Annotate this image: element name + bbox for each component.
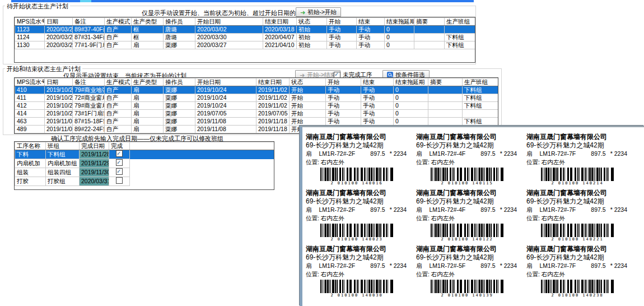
cell[interactable]: 2019/10/24 bbox=[195, 102, 256, 110]
cell[interactable]: 463 bbox=[15, 118, 45, 126]
table-row-selected[interactable]: 4102019/10/2479#商业地弹…自产扇粟娜2019/10/242019… bbox=[15, 86, 498, 94]
column-header[interactable]: 备注 bbox=[73, 78, 105, 86]
cell[interactable]: 2019/11/08 bbox=[45, 126, 73, 133]
column-header[interactable]: 结束 bbox=[357, 18, 385, 26]
cell[interactable] bbox=[428, 94, 463, 102]
column-header[interactable]: 日期 bbox=[45, 78, 73, 86]
cell[interactable]: 框 bbox=[132, 34, 164, 41]
column-header[interactable]: 结束日期 bbox=[263, 18, 297, 26]
cell[interactable]: 扇 bbox=[132, 110, 164, 118]
table-row[interactable]: 4122019/10/2479#商业窗扇自产扇粟娜2019/10/242019/… bbox=[15, 102, 498, 110]
process-row-selected[interactable]: 下料下料组2019/11/28 bbox=[15, 150, 274, 159]
column-header[interactable]: 生产班组 bbox=[463, 78, 498, 86]
cell[interactable]: 77#1-9F门扇 bbox=[73, 41, 105, 49]
process-name-cell[interactable]: 内扇机加 bbox=[15, 159, 46, 168]
column-header[interactable]: 状态 bbox=[297, 18, 327, 26]
cell[interactable] bbox=[414, 34, 445, 41]
cell[interactable]: 2019/11/08 bbox=[195, 118, 256, 126]
column-header[interactable]: 结束拖延期 bbox=[394, 78, 428, 86]
column-header[interactable]: 开始 bbox=[326, 78, 361, 86]
cell[interactable]: 自产 bbox=[105, 41, 132, 49]
cell[interactable]: 自产 bbox=[105, 126, 132, 133]
cell[interactable]: 手动 bbox=[326, 94, 361, 102]
cell[interactable]: 2019/11/02 bbox=[256, 102, 290, 110]
process-name-cell[interactable]: 组装 bbox=[15, 168, 46, 177]
cell[interactable]: 89#37-40F门框 bbox=[73, 26, 105, 34]
cell[interactable]: 扇 bbox=[132, 118, 164, 126]
column-header[interactable]: MPS流水号 bbox=[15, 78, 45, 86]
column-header[interactable]: 班组 bbox=[46, 142, 80, 150]
cell[interactable]: 2019/10/24 bbox=[45, 102, 73, 110]
cell[interactable]: 2020/03/02 bbox=[195, 26, 263, 34]
cell[interactable]: 粟娜 bbox=[164, 126, 195, 133]
cell[interactable]: 412 bbox=[15, 102, 45, 110]
cell[interactable]: 2019/11/18 bbox=[256, 126, 290, 133]
column-header[interactable]: 生产类型 bbox=[132, 18, 164, 26]
cell[interactable]: 自产 bbox=[105, 26, 132, 34]
cell[interactable]: 手动 bbox=[357, 34, 385, 41]
cell[interactable]: 自产 bbox=[105, 118, 132, 126]
finish-date-cell[interactable]: 2019/11/28 bbox=[80, 150, 109, 159]
column-header[interactable]: 摘要 bbox=[428, 78, 463, 86]
cell[interactable]: 2020/03/26 bbox=[45, 26, 73, 34]
cell[interactable]: 73#1F门扇窗扇 bbox=[73, 110, 105, 118]
cell[interactable] bbox=[428, 86, 463, 94]
cell[interactable]: 414 bbox=[15, 110, 45, 118]
table-row-selected[interactable]: 11232020/03/2689#37-40F门框自产框唐璐2020/03/02… bbox=[15, 26, 475, 34]
cell[interactable]: 扇 bbox=[132, 41, 164, 49]
cell[interactable]: 79#商业窗扇 bbox=[73, 102, 105, 110]
done-cell[interactable] bbox=[109, 159, 130, 168]
column-header[interactable]: MPS流水号 bbox=[15, 18, 45, 26]
column-header[interactable]: 开始 bbox=[327, 18, 357, 26]
cell[interactable]: 初始 bbox=[297, 26, 327, 34]
cell[interactable]: 2019/10/24 bbox=[195, 86, 256, 94]
process-name-cell[interactable]: 下料 bbox=[15, 150, 46, 159]
cell[interactable]: 2020/03/27 bbox=[195, 41, 263, 49]
cell[interactable]: 扇 bbox=[132, 126, 164, 133]
cell[interactable]: 0 bbox=[394, 110, 428, 118]
cell[interactable]: 手动 bbox=[326, 118, 361, 126]
cell[interactable]: 0 bbox=[385, 41, 414, 49]
cell[interactable]: 2020/03/27 bbox=[45, 41, 73, 49]
cell[interactable]: 2020/03/18 bbox=[263, 26, 297, 34]
cell[interactable]: 2020/04/07 bbox=[263, 34, 297, 41]
cell[interactable]: 手动 bbox=[361, 102, 394, 110]
cell[interactable]: 手动 bbox=[326, 86, 361, 94]
column-header[interactable]: 生产模式 bbox=[105, 18, 132, 26]
cell[interactable]: 开始 bbox=[290, 102, 326, 110]
cell[interactable]: 手动 bbox=[327, 34, 357, 41]
cell[interactable]: 89#22-24F窗扇 bbox=[73, 126, 105, 133]
cell[interactable]: 87#15-18F窗扇 bbox=[73, 118, 105, 126]
cell[interactable]: 0 bbox=[394, 94, 428, 102]
cell[interactable]: 粟娜 bbox=[164, 86, 195, 94]
column-header[interactable]: 结束 bbox=[361, 78, 394, 86]
cell[interactable]: 开始 bbox=[290, 94, 326, 102]
cell[interactable]: 下料组 bbox=[445, 41, 475, 49]
cell[interactable]: 粟娜 bbox=[164, 94, 195, 102]
cell[interactable] bbox=[414, 41, 445, 49]
row-checkbox[interactable] bbox=[116, 159, 123, 166]
done-cell[interactable] bbox=[109, 150, 130, 159]
team-cell[interactable]: 打胶组 bbox=[46, 177, 80, 186]
column-header[interactable]: 日期 bbox=[45, 18, 73, 26]
cell[interactable]: 0 bbox=[385, 34, 414, 41]
cell[interactable]: 手动 bbox=[361, 118, 394, 126]
cell[interactable]: 2019/10/24 bbox=[45, 94, 73, 102]
cell[interactable]: 扇 bbox=[132, 86, 164, 94]
team-cell[interactable]: 内扇机加组 bbox=[46, 159, 80, 168]
table-row[interactable]: 4632019/11/0187#15-18F窗扇自产扇粟娜2019/11/082… bbox=[15, 118, 498, 126]
column-header[interactable]: 状态 bbox=[290, 78, 326, 86]
column-header[interactable]: 完成 bbox=[109, 142, 130, 150]
cell[interactable]: 框 bbox=[132, 26, 164, 34]
column-header[interactable]: 操作员 bbox=[164, 78, 195, 86]
cell[interactable]: 411 bbox=[15, 94, 45, 102]
cell[interactable]: 2021/04/10 bbox=[263, 41, 297, 49]
cell[interactable]: 2019/07/05 bbox=[256, 110, 290, 118]
finish-date-cell[interactable]: 2019/11/29 bbox=[80, 159, 109, 168]
cell[interactable]: 手动 bbox=[327, 41, 357, 49]
cell[interactable]: 下料组 bbox=[463, 102, 498, 110]
cell[interactable]: 2019/10/24 bbox=[45, 110, 73, 118]
cell[interactable]: 489 bbox=[15, 126, 45, 133]
done-cell[interactable] bbox=[109, 177, 130, 186]
cell[interactable]: 下料组 bbox=[463, 94, 498, 102]
